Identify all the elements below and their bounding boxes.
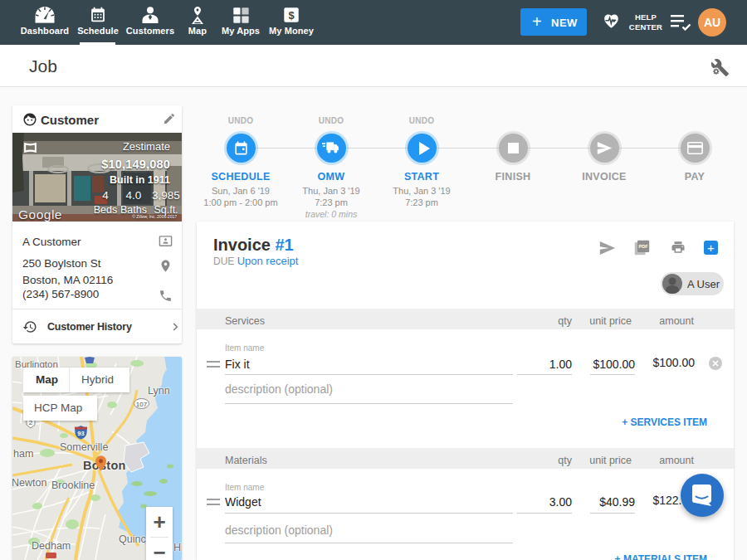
svg-text:PDF: PDF: [639, 244, 649, 249]
svg-text:$: $: [288, 9, 294, 22]
svg-text:93: 93: [77, 430, 84, 437]
svg-text:107: 107: [136, 401, 148, 408]
